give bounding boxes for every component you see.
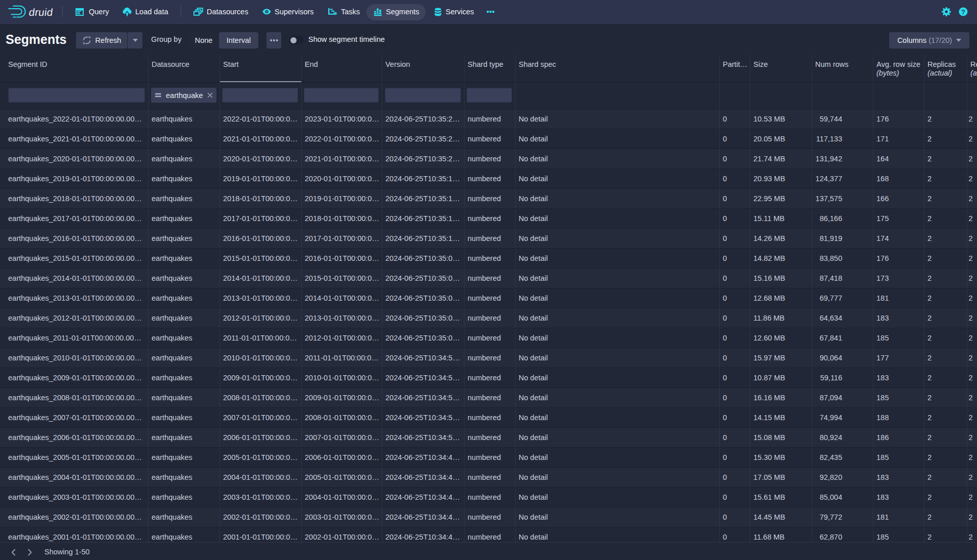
- svg-text:?: ?: [961, 8, 965, 16]
